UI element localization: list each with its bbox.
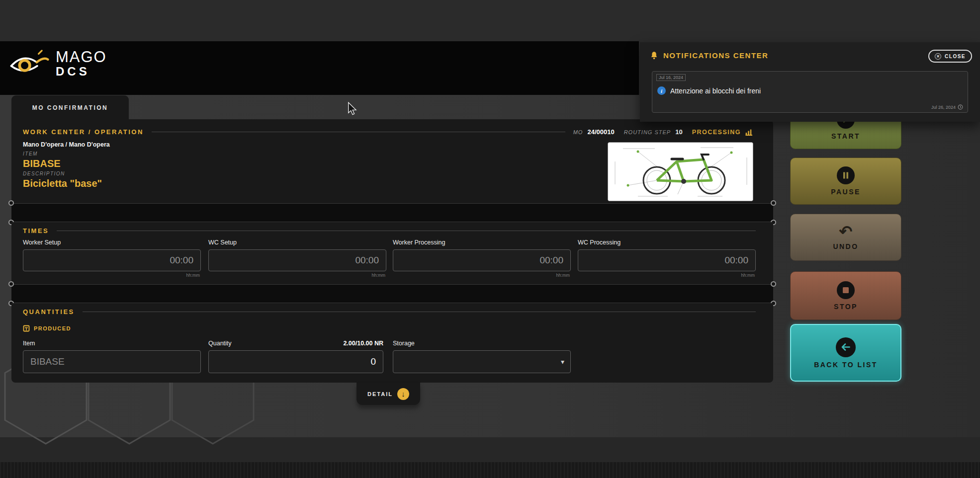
worker-processing-input[interactable]: [393, 249, 571, 271]
detail-button-label: DETAIL: [367, 391, 393, 397]
mo-value: 24/00010: [587, 128, 614, 136]
quantity-field-label: Quantity: [208, 340, 232, 347]
quantity-label-row: Quantity 2.00/10.00 NR: [208, 340, 383, 347]
detail-arrow-icon: ↓: [397, 388, 409, 400]
notification-date-due-text: Jul 26, 2024: [931, 105, 956, 110]
time-field-worker-processing: Worker Processing hh:mm: [393, 239, 571, 278]
time-field-label: Worker Processing: [393, 239, 571, 246]
time-field-worker-setup: Worker Setup hh:mm: [23, 239, 201, 278]
splitter-gap: [11, 284, 773, 303]
back-to-list-button-label: BACK TO LIST: [814, 361, 878, 369]
tab-mo-confirmation[interactable]: MO CONFIRMATION: [11, 95, 129, 120]
time-field-label: WC Setup: [208, 239, 386, 246]
action-button-undo[interactable]: ↶ UNDO: [790, 214, 901, 261]
storage-field-label: Storage: [393, 340, 571, 347]
bike-thumbnail: [608, 142, 753, 201]
quantities-header-row: QUANTITIES: [23, 308, 756, 316]
storage-field: Storage ▾: [393, 340, 571, 373]
bike-image: [608, 143, 753, 201]
produced-row: PRODUCED: [23, 325, 71, 332]
brand-text: MAGO DCS: [56, 49, 107, 78]
splitter-handle[interactable]: [771, 281, 776, 287]
info-icon: i: [657, 86, 666, 95]
header-bar: MAGO DCS: [0, 41, 639, 95]
action-button-stop[interactable]: STOP: [790, 271, 901, 320]
bell-icon: [650, 51, 658, 60]
splitter-gap: [11, 203, 773, 222]
splitter-handle[interactable]: [771, 200, 776, 206]
operation-text: Mano D'opera / Mano D'opera: [23, 141, 110, 148]
down-arrow-glyph: ↓: [401, 390, 405, 398]
section-title-work-center: WORK CENTER / OPERATION: [23, 128, 144, 136]
notification-message-row: i Attenzione ai blocchi dei freni: [657, 86, 761, 95]
time-format-hint: hh:mm: [393, 273, 571, 278]
close-icon: ✕: [935, 53, 941, 60]
undo-button-label: UNDO: [833, 242, 858, 250]
routing-step-value: 10: [675, 128, 682, 136]
notification-message: Attenzione ai blocchi dei freni: [670, 87, 761, 95]
notifications-header: NOTIFICATIONS CENTER: [650, 51, 768, 60]
time-format-hint: hh:mm: [23, 273, 201, 278]
produced-label: PRODUCED: [34, 325, 71, 331]
mo-label: MO: [573, 129, 583, 135]
logo-eye-icon: [8, 48, 50, 79]
section-divider: [83, 312, 756, 312]
time-field-label: WC Processing: [578, 239, 756, 246]
status-processing: PROCESSING: [692, 129, 741, 136]
action-button-pause[interactable]: PAUSE: [790, 158, 901, 205]
bottom-texture-bar: [0, 462, 980, 478]
time-format-hint: hh:mm: [578, 273, 756, 278]
quantity-field: Quantity 2.00/10.00 NR: [208, 340, 383, 373]
chart-icon: [745, 129, 753, 136]
wc-processing-input[interactable]: [578, 249, 756, 271]
close-button[interactable]: ✕ CLOSE: [928, 50, 972, 63]
pause-icon: [837, 166, 855, 184]
close-button-label: CLOSE: [945, 54, 966, 59]
pause-button-label: PAUSE: [831, 188, 861, 196]
quantity-ratio: 2.00/10.00 NR: [343, 340, 383, 347]
app-stage: MAGO DCS MO CONFIRMATION WORK CENTER / O…: [0, 0, 980, 478]
detail-button[interactable]: DETAIL ↓: [356, 383, 420, 405]
work-center-card: WORK CENTER / OPERATION MO 24/00010 ROUT…: [11, 119, 773, 203]
notification-item[interactable]: Jul 16, 2024 i Attenzione ai blocchi dei…: [652, 71, 968, 113]
action-button-back-to-list[interactable]: BACK TO LIST: [790, 324, 901, 382]
description-value: Bicicletta "base": [23, 178, 102, 189]
time-field-label: Worker Setup: [23, 239, 201, 246]
item-label: ITEM: [23, 151, 38, 157]
time-field-wc-setup: WC Setup hh:mm: [208, 239, 386, 278]
back-arrow-icon: [836, 337, 856, 357]
item-input[interactable]: [23, 350, 201, 373]
section-title-times: TIMES: [23, 227, 49, 235]
undo-icon: ↶: [839, 224, 853, 239]
mo-meta: MO 24/00010 ROUTING STEP 10 PROCESSING: [573, 128, 753, 136]
brand-dcs: DCS: [56, 65, 107, 78]
section-title-quantities: QUANTITIES: [23, 308, 75, 316]
notifications-panel: NOTIFICATIONS CENTER ✕ CLOSE Jul 16, 202…: [640, 42, 980, 122]
stop-button-label: STOP: [834, 303, 858, 311]
wc-setup-input[interactable]: [208, 249, 386, 271]
quantities-card: QUANTITIES PRODUCED Item Quantity 2.00/1…: [11, 303, 773, 383]
worker-setup-input[interactable]: [23, 249, 201, 271]
times-card: TIMES Worker Setup hh:mm WC Setup hh:mm …: [11, 222, 773, 284]
quantity-input[interactable]: [208, 350, 383, 373]
clock-icon: [958, 104, 963, 110]
chevron-down-icon: ▾: [561, 351, 564, 373]
times-header-row: TIMES: [23, 227, 756, 235]
storage-select[interactable]: ▾: [393, 350, 571, 373]
item-value: BIBASE: [23, 158, 61, 169]
splitter-handle[interactable]: [8, 200, 14, 206]
brand-mago: MAGO: [56, 49, 107, 65]
section-divider: [152, 132, 565, 132]
description-label: DESCRIPTION: [23, 171, 65, 176]
notification-date-due: Jul 26, 2024: [931, 104, 963, 110]
splitter-handle[interactable]: [8, 281, 14, 287]
logo: MAGO DCS: [8, 48, 107, 79]
item-field: Item: [23, 340, 201, 373]
item-field-label: Item: [23, 340, 201, 347]
time-field-wc-processing: WC Processing hh:mm: [578, 239, 756, 278]
section-divider: [57, 231, 756, 231]
routing-step-label: ROUTING STEP: [624, 129, 671, 135]
stop-icon: [837, 281, 855, 299]
start-button-label: START: [831, 132, 860, 140]
work-center-header-row: WORK CENTER / OPERATION MO 24/00010 ROUT…: [23, 128, 753, 136]
